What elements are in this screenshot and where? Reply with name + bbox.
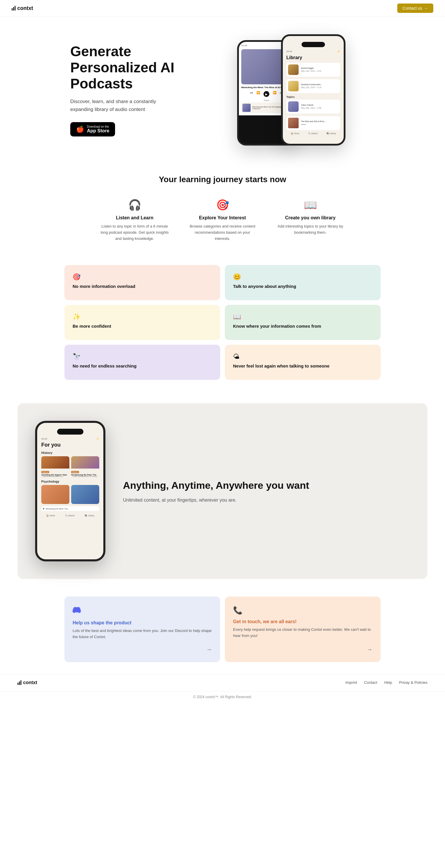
footer-logo-icon (18, 680, 21, 685)
download-line1: Download on the (87, 125, 109, 128)
feature-listen: 🎧 Listen and Learn Listen to any topic i… (99, 199, 170, 242)
hero-text: Generate Personalized AI Podcasts Discov… (70, 43, 217, 137)
showcase-bottom-nav: 🏠 Home🔍 Search📚 Library (41, 515, 99, 517)
card-search-label: No need for endless searching (73, 364, 212, 368)
hero-phones: 20:48⚡ Mimicking the Mind: The Rise of A… (228, 34, 375, 146)
bottom-cards: Help us shape the product Lots of the be… (47, 591, 398, 674)
showcase-time: 20:49 (41, 437, 47, 440)
history-grid: History Unveiling the Impact: How Histor… (41, 456, 99, 477)
showcase-screen: 20:49 ⚡ For you History History Unveilin… (37, 423, 103, 559)
showcase-psych-label: Psychology (41, 480, 99, 483)
card-sources: 📖 Know where your information comes from (225, 305, 381, 340)
card-talk: 😊 Talk to anyone about anything (225, 265, 381, 300)
footer-contact[interactable]: Contact (364, 680, 377, 685)
logo-text: contxt (17, 5, 33, 11)
hist-img-2 (71, 456, 99, 469)
card-overload-label: No more information overload (73, 284, 212, 289)
showcase-text: Anything, Anytime, Anywhere you want Unl… (123, 479, 410, 504)
showcase-for-you: For you (41, 442, 99, 448)
library-item-1: Ancient EgyptMay 12th, 2024 – 6:51 (286, 63, 340, 77)
showcase-subtext: Unlimited content, at your fingertips, w… (123, 496, 410, 504)
card-lost-label: Never feel lost again when talking to so… (233, 364, 372, 368)
footer-imprint[interactable]: Imprint (346, 680, 357, 685)
psych-item-2 (71, 485, 99, 504)
sparkle-icon: ✨ (73, 313, 212, 321)
front-screen: 20:42⚡ Library Ancient EgyptMay 12th, 20… (283, 36, 344, 144)
feature-explore-desc: Browse categories and receive content re… (187, 223, 258, 242)
caesar-text: Julius CaesarMay 18th, 2024 – 5:56 (301, 104, 321, 110)
target-icon-2: 🎯 (73, 273, 212, 281)
card-sources-label: Know where your information comes from (233, 323, 372, 329)
hist-item-2: History Deciphering the Past: The Power … (71, 456, 99, 477)
target-icon: 🎯 (187, 199, 258, 211)
footer: contxt Imprint Contact Help Privay & Pol… (0, 674, 445, 691)
rome-text: The Rise and Fall of Rom...●●●● (301, 120, 326, 126)
hero-title: Generate Personalized AI Podcasts (70, 43, 217, 92)
feature-library-desc: Add interesting topics to your library b… (275, 223, 346, 236)
discord-card: Help us shape the product Lots of the be… (64, 596, 220, 662)
contact-arrow[interactable]: → (233, 646, 372, 653)
contact-card: 📞 Get in touch, we are all ears! Every h… (225, 596, 381, 662)
pyramid-text: Pyramid Construction...May 12th, 2024 – … (301, 83, 322, 89)
psych-img-1 (41, 485, 69, 504)
card-confident: ✨ Be more confident (64, 305, 220, 340)
app-store-text: Download on the App Store (87, 125, 109, 133)
book-open-icon: 📖 (233, 313, 372, 321)
features-grid: 🎧 Listen and Learn Listen to any topic i… (91, 199, 354, 242)
bar1 (12, 8, 12, 10)
headphones-icon: 🎧 (99, 199, 170, 211)
egypt-text: Ancient EgyptMay 12th, 2024 – 6:51 (301, 67, 321, 73)
showcase-history-label: History (41, 451, 99, 455)
footer-privacy[interactable]: Privay & Policies (399, 680, 427, 685)
footer-logo-text: contxt (23, 680, 37, 685)
book-icon: 📖 (275, 199, 346, 211)
phone-icon: 📞 (233, 606, 372, 615)
topics-label: Topics (286, 95, 340, 98)
caesar-thumb (288, 101, 298, 112)
hist-img-1 (41, 456, 69, 469)
library-title: Library (286, 55, 340, 60)
cards-section: 🎯 No more information overload 😊 Talk to… (47, 259, 398, 392)
feature-library: 📖 Create you own library Add interesting… (275, 199, 346, 242)
navbar: contxt Contact us → (0, 0, 445, 17)
library-item-3: Julius CaesarMay 18th, 2024 – 5:56 (286, 99, 340, 114)
psych-item-1 (41, 485, 69, 504)
f-bar2 (19, 681, 20, 685)
learning-title: Your learning journey starts now (12, 175, 433, 184)
contact-button[interactable]: Contact us → (397, 3, 433, 13)
app-store-button[interactable]: 🍎 Download on the App Store (70, 122, 115, 136)
phone-front: 20:42⚡ Library Ancient EgyptMay 12th, 20… (281, 34, 346, 146)
showcase-battery: ⚡ (96, 437, 99, 440)
card-overload: 🎯 No more information overload (64, 265, 220, 300)
card-confident-label: Be more confident (73, 323, 212, 329)
smiley-icon: 😊 (233, 273, 372, 281)
contact-card-title: Get in touch, we are all ears! (233, 619, 372, 624)
psych-grid (41, 485, 99, 504)
card-search: 🔭 No need for endless searching (64, 345, 220, 380)
logo-icon (12, 6, 15, 10)
feature-library-title: Create you own library (275, 215, 346, 220)
hist-badge-1: History (41, 471, 49, 473)
showcase-heading: Anything, Anytime, Anywhere you want (123, 479, 410, 492)
feature-listen-desc: Listen to any topic in form of a 6 minut… (99, 223, 170, 242)
psych-img-2 (71, 485, 99, 504)
sun-icon: 🌤 (233, 353, 372, 361)
showcase-section: 20:49 ⚡ For you History History Unveilin… (18, 403, 427, 579)
hist-title-1: Unveiling the Impact: How Historical Sig… (41, 474, 69, 477)
discord-desc: Lots of the best and brightest ideas com… (73, 628, 212, 640)
contact-label: Contact us (403, 6, 422, 10)
bar3 (14, 6, 15, 10)
showcase-status: 20:49 ⚡ (41, 437, 99, 440)
search-icon: 🔭 (73, 353, 212, 361)
apple-icon: 🍎 (76, 126, 84, 133)
feature-listen-title: Listen and Learn (99, 215, 170, 220)
footer-help[interactable]: Help (384, 680, 392, 685)
contact-arrow: → (424, 6, 428, 10)
download-line2: App Store (87, 128, 109, 133)
hist-badge-2: History (71, 471, 79, 473)
footer-links: Imprint Contact Help Privay & Policies (346, 680, 427, 685)
showcase-phone: 20:49 ⚡ For you History History Unveilin… (35, 421, 105, 561)
card-lost: 🌤 Never feel lost again when talking to … (225, 345, 381, 380)
learning-section: Your learning journey starts now 🎧 Liste… (0, 157, 445, 259)
discord-arrow[interactable]: → (73, 646, 212, 653)
